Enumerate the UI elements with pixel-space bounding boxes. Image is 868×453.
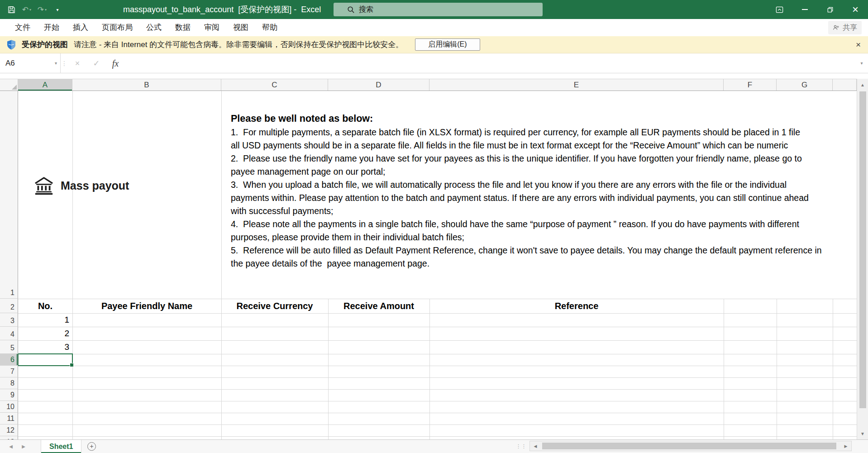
gridline (18, 327, 857, 327)
restore-button[interactable] (817, 0, 843, 19)
notes-line: all USD payments should be in a separate… (231, 139, 857, 152)
tab-insert[interactable]: 插入 (66, 19, 95, 36)
table-header-3: Receive Amount (328, 299, 429, 313)
save-icon (7, 5, 16, 14)
tab-data[interactable]: 数据 (168, 19, 197, 36)
tab-help[interactable]: 帮助 (255, 19, 284, 36)
gridline (18, 401, 857, 401)
row-header-11[interactable]: 11 (0, 413, 18, 424)
horizontal-scrollbar[interactable]: ◀ ▶ (529, 441, 852, 451)
scroll-left-icon[interactable]: ◀ (530, 441, 541, 451)
ribbon-display-options-icon (775, 5, 784, 14)
search-box[interactable]: 搜索 (334, 3, 543, 16)
formula-bar: A6 ▾ ⋮ × ✓ fx ▾ (0, 53, 868, 73)
active-cell-A6[interactable] (18, 353, 73, 366)
grid[interactable]: Mass payout Please be well noted as belo… (0, 91, 857, 439)
cell-A4[interactable]: 2 (18, 327, 72, 340)
sheet-nav-right-icon[interactable]: ▶ (17, 440, 30, 453)
formula-bar-separator: ⋮ (61, 53, 68, 73)
gridline (18, 389, 857, 390)
tab-home[interactable]: 开始 (37, 19, 66, 36)
window-controls: × (767, 0, 868, 19)
gridline (72, 299, 73, 439)
quick-access-toolbar: ↶ ▾ ↷ ▾ ▾ (4, 0, 65, 19)
table-header-2: Receive Currency (221, 299, 328, 313)
tab-formulas[interactable]: 公式 (139, 19, 168, 36)
cell-A3[interactable]: 1 (18, 313, 72, 327)
row-header-5[interactable]: 5 (0, 340, 18, 354)
column-header-D[interactable]: D (328, 79, 429, 91)
tab-page-layout[interactable]: 页面布局 (95, 19, 139, 36)
row-header-10[interactable]: 10 (0, 401, 18, 413)
scrollbar-grip[interactable]: ⋮⋮ (516, 440, 527, 453)
formula-input[interactable] (125, 53, 855, 73)
name-box-value: A6 (5, 59, 15, 68)
row-header-4[interactable]: 4 (0, 327, 18, 340)
new-sheet-button[interactable]: + (81, 440, 101, 453)
column-header-A[interactable]: A (18, 79, 72, 91)
insert-function-button[interactable]: fx (106, 53, 125, 73)
row-header-8[interactable]: 8 (0, 377, 18, 389)
row-header-13[interactable]: 13 (0, 436, 18, 439)
column-header-E[interactable]: E (429, 79, 724, 91)
column-header-G[interactable]: G (777, 79, 833, 91)
row-header-6[interactable]: 6 (0, 354, 18, 366)
mass-payout-cell: Mass payout (33, 175, 129, 196)
save-button[interactable] (4, 0, 19, 19)
name-box[interactable]: A6 ▾ (0, 53, 61, 73)
scroll-up-icon[interactable]: ▲ (857, 79, 868, 91)
gridline (221, 91, 222, 299)
share-button[interactable]: 共享 (828, 21, 862, 34)
column-header-F[interactable]: F (724, 79, 777, 91)
customize-qat-button[interactable]: ▾ (50, 0, 65, 19)
row-header-12[interactable]: 12 (0, 424, 18, 436)
notes-line: purposes, please provide them in their i… (231, 231, 857, 244)
gridline (18, 436, 857, 437)
shield-icon (6, 39, 16, 50)
minimize-button[interactable] (792, 0, 817, 19)
row-header-7[interactable]: 7 (0, 366, 18, 377)
row-header-9[interactable]: 9 (0, 389, 18, 401)
sheet-nav-left-icon[interactable]: ◀ (5, 440, 17, 453)
close-button[interactable]: × (843, 0, 868, 19)
enter-button[interactable]: ✓ (87, 53, 106, 73)
worksheet: ABCDEFG Mass payout Please be well noted… (0, 79, 857, 439)
column-header-B[interactable]: B (72, 79, 221, 91)
row-header-2[interactable]: 2 (0, 299, 18, 313)
ribbon-display-options-button[interactable] (767, 0, 792, 19)
undo-button[interactable]: ↶ ▾ (19, 0, 34, 19)
row-header-3[interactable]: 3 (0, 313, 18, 327)
protected-view-message: 请注意 - 来自 Internet 的文件可能包含病毒。除非需要编辑，否则保持在… (74, 39, 403, 50)
undo-icon: ↶ (22, 6, 29, 14)
cancel-button[interactable]: × (68, 53, 87, 73)
column-header-partial[interactable] (833, 79, 857, 91)
row-header-1[interactable]: 1 (0, 91, 18, 299)
notes-line: payee management page on our portal; (231, 165, 857, 178)
redo-button[interactable]: ↷ ▾ (34, 0, 50, 19)
gridline (18, 366, 857, 366)
close-icon: × (852, 4, 858, 15)
plus-icon: + (87, 442, 96, 451)
tab-view[interactable]: 视图 (226, 19, 255, 36)
mass-payout-label: Mass payout (61, 179, 129, 192)
tab-review[interactable]: 审阅 (197, 19, 226, 36)
protected-bar-close-icon[interactable]: × (856, 36, 861, 53)
gridline (724, 299, 724, 439)
cell-A5[interactable]: 3 (18, 340, 72, 354)
name-box-caret-icon[interactable]: ▾ (55, 53, 57, 73)
scroll-down-icon[interactable]: ▼ (857, 428, 868, 439)
vertical-scrollbar[interactable]: ▲ ▼ (857, 79, 868, 439)
tab-file[interactable]: 文件 (8, 19, 37, 36)
notes-line: 1. For multiple payments, a separate bat… (231, 126, 857, 139)
vertical-scroll-thumb[interactable] (859, 91, 866, 408)
formula-bar-expand-icon[interactable]: ▾ (855, 53, 868, 73)
restore-icon (826, 5, 835, 14)
column-header-C[interactable]: C (221, 79, 328, 91)
horizontal-scroll-thumb[interactable] (542, 443, 836, 449)
sheet-tab-sheet1[interactable]: Sheet1 (41, 440, 81, 453)
scroll-right-icon[interactable]: ▶ (840, 441, 851, 451)
enable-editing-button[interactable]: 启用编辑(E) (415, 38, 480, 51)
search-icon (347, 6, 355, 14)
select-all-corner[interactable] (0, 79, 18, 91)
gridline (328, 299, 329, 439)
